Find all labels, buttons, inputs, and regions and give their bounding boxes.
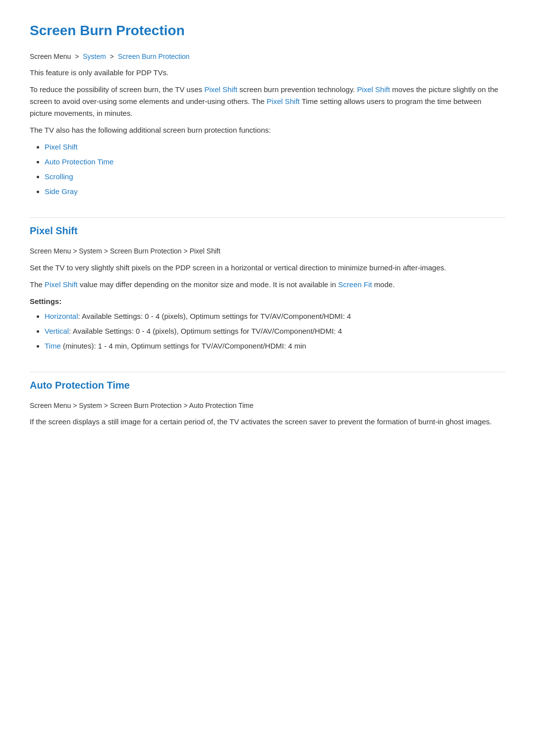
side-gray-link[interactable]: Side Gray xyxy=(45,187,78,196)
ps-body2-middle: value may differ depending on the monito… xyxy=(78,280,338,289)
auto-protection-link[interactable]: Auto Protection Time xyxy=(45,157,113,166)
time-label: Time xyxy=(45,342,61,350)
intro-pixel-shift-2: Pixel Shift xyxy=(357,85,390,94)
pixel-shift-body2: The Pixel Shift value may differ dependi… xyxy=(30,279,505,291)
setting-horizontal: Horizontal: Available Settings: 0 - 4 (p… xyxy=(45,310,505,322)
intro-line1: This feature is only available for PDP T… xyxy=(30,67,505,79)
pixel-shift-body1: Set the TV to very slightly shift pixels… xyxy=(30,262,505,274)
setting-vertical: Vertical: Available Settings: 0 - 4 (pix… xyxy=(45,325,505,337)
ps-body2-screen-fit: Screen Fit xyxy=(338,280,372,289)
ps-sep1: > xyxy=(73,247,79,255)
ps-system-link[interactable]: System xyxy=(79,247,102,255)
auto-protection-title: Auto Protection Time xyxy=(30,372,505,393)
apt-breadcrumb-prefix: Screen Menu xyxy=(30,402,71,409)
apt-sep2: > xyxy=(104,402,110,409)
horizontal-text: : Available Settings: 0 - 4 (pixels), Op… xyxy=(78,312,351,320)
breadcrumb-screen-burn-link[interactable]: Screen Burn Protection xyxy=(118,52,190,60)
intro-pixel-shift-3: Pixel Shift xyxy=(267,97,300,105)
auto-protection-breadcrumb: Screen Menu > System > Screen Burn Prote… xyxy=(30,400,505,411)
scrolling-link[interactable]: Scrolling xyxy=(45,172,73,181)
time-text: (minutes): 1 - 4 min, Optimum settings f… xyxy=(61,342,306,350)
ps-body2-before: The xyxy=(30,280,45,289)
list-item-pixel-shift: Pixel Shift xyxy=(45,141,505,153)
list-item-auto-protection: Auto Protection Time xyxy=(45,156,505,168)
breadcrumb-separator-1: > xyxy=(75,52,81,60)
apt-sep3: > xyxy=(184,402,189,409)
settings-list: Horizontal: Available Settings: 0 - 4 (p… xyxy=(45,310,505,352)
vertical-label: Vertical xyxy=(45,327,69,335)
ps-body2-end: mode. xyxy=(372,280,395,289)
ps-sep3: > xyxy=(184,247,190,255)
list-item-scrolling: Scrolling xyxy=(45,171,505,183)
intro-line2-mid1: screen burn prevention technology. xyxy=(237,85,357,94)
breadcrumb: Screen Menu > System > Screen Burn Prote… xyxy=(30,51,505,62)
ps-pixel-shift-link[interactable]: Pixel Shift xyxy=(190,247,220,255)
intro-line3: The TV also has the following additional… xyxy=(30,124,505,136)
apt-system-link[interactable]: System xyxy=(79,402,102,409)
breadcrumb-prefix: Screen Menu xyxy=(30,52,71,60)
apt-screen-burn-link[interactable]: Screen Burn Protection xyxy=(110,402,182,409)
section-auto-protection: Auto Protection Time Screen Menu > Syste… xyxy=(30,372,505,428)
section-pixel-shift-title: Pixel Shift xyxy=(30,217,505,239)
breadcrumb-system-link[interactable]: System xyxy=(83,52,106,60)
vertical-text: : Available Settings: 0 - 4 (pixels), Op… xyxy=(69,327,342,335)
horizontal-label: Horizontal xyxy=(45,312,78,320)
pixel-shift-breadcrumb: Screen Menu > System > Screen Burn Prote… xyxy=(30,246,505,256)
page-title: Screen Burn Protection xyxy=(30,20,505,42)
section-pixel-shift: Pixel Shift Screen Menu > System > Scree… xyxy=(30,217,505,352)
feature-list: Pixel Shift Auto Protection Time Scrolli… xyxy=(45,141,505,198)
ps-screen-burn-link[interactable]: Screen Burn Protection xyxy=(110,247,182,255)
breadcrumb-separator-2: > xyxy=(110,52,116,60)
ps-body2-highlight: Pixel Shift xyxy=(45,280,78,289)
intro-pixel-shift-1: Pixel Shift xyxy=(204,85,237,94)
auto-protection-body: If the screen displays a still image for… xyxy=(30,416,505,428)
list-item-side-gray: Side Gray xyxy=(45,186,505,198)
pixel-shift-link[interactable]: Pixel Shift xyxy=(45,143,78,151)
ps-sep2: > xyxy=(104,247,110,255)
intro-line2: To reduce the possibility of screen burn… xyxy=(30,84,505,119)
apt-sep1: > xyxy=(73,402,79,409)
apt-auto-protection-link[interactable]: Auto Protection Time xyxy=(189,402,254,409)
ps-breadcrumb-prefix: Screen Menu xyxy=(30,247,71,255)
setting-time: Time (minutes): 1 - 4 min, Optimum setti… xyxy=(45,340,505,352)
settings-label: Settings: xyxy=(30,296,505,307)
intro-line2-before: To reduce the possibility of screen burn… xyxy=(30,85,204,94)
